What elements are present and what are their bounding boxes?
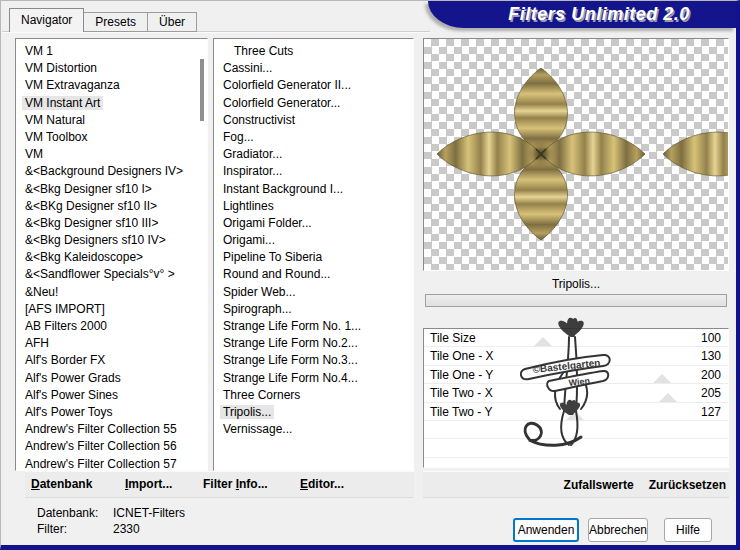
list-item[interactable]: Pipeline To Siberia bbox=[220, 249, 413, 266]
tab-ueber[interactable]: Über bbox=[147, 12, 197, 32]
parameter-empty-row bbox=[424, 458, 728, 468]
list-item[interactable]: Colorfield Generator... bbox=[220, 95, 413, 112]
list-item[interactable]: Spirograph... bbox=[220, 301, 413, 318]
list-item[interactable]: VM Toolbox bbox=[22, 129, 207, 146]
list-item[interactable]: Andrew's Filter Collection 56 bbox=[22, 438, 207, 455]
list-item[interactable]: &<Bkg Designers sf10 IV> bbox=[22, 232, 207, 249]
list-item-label: Alf's Power Sines bbox=[22, 388, 121, 402]
list-item[interactable]: [AFS IMPORT] bbox=[22, 301, 207, 318]
list-item[interactable]: Cassini... bbox=[220, 60, 413, 77]
list-item[interactable]: VM Natural bbox=[22, 112, 207, 129]
menu-label-part: ditor... bbox=[308, 477, 344, 491]
preview-canvas bbox=[423, 38, 729, 271]
list-item-label: Vernissage... bbox=[220, 422, 295, 436]
slider-position-marker[interactable] bbox=[659, 393, 677, 402]
list-item[interactable]: Strange Life Form No.4... bbox=[220, 370, 413, 387]
menu-filter-info[interactable]: Filter Info... bbox=[203, 477, 268, 491]
list-item[interactable]: Alf's Power Toys bbox=[22, 404, 207, 421]
list-item[interactable]: Alf's Border FX bbox=[22, 352, 207, 369]
list-item[interactable]: &<Sandflower Specials°v° > bbox=[22, 266, 207, 283]
list-item[interactable]: Origami... bbox=[220, 232, 413, 249]
list-item-label: Tripolis... bbox=[220, 405, 274, 419]
list-item[interactable]: Strange Life Form No.2... bbox=[220, 335, 413, 352]
list-item[interactable]: Tripolis... bbox=[220, 404, 413, 421]
list-item-label: &<Bkg Kaleidoscope> bbox=[22, 250, 146, 264]
list-item[interactable]: &Neu! bbox=[22, 284, 207, 301]
list-item[interactable]: &<Background Designers IV> bbox=[22, 163, 207, 180]
list-item-label: &<Bkg Designer sf10 I> bbox=[22, 182, 155, 196]
list-item[interactable]: Vernissage... bbox=[220, 421, 413, 438]
list-item-label: Fog... bbox=[220, 130, 257, 144]
list-item[interactable]: Three Corners bbox=[220, 387, 413, 404]
cancel-button[interactable]: Abbrechen bbox=[588, 518, 648, 542]
list-item-label: &<Bkg Designer sf10 III> bbox=[22, 216, 161, 230]
selected-filter-name: Tripolis... bbox=[423, 277, 729, 291]
reset-button[interactable]: Zurücksetzen bbox=[649, 478, 726, 492]
list-item[interactable]: VM Instant Art bbox=[22, 95, 207, 112]
list-item[interactable]: &<BKg Designer sf10 II> bbox=[22, 198, 207, 215]
list-item-label: Strange Life Form No.3... bbox=[220, 353, 361, 367]
list-item[interactable]: Lightlines bbox=[220, 198, 413, 215]
database-label: Datenbank: bbox=[37, 506, 113, 520]
category-list-scrollbar-thumb[interactable] bbox=[200, 59, 204, 121]
list-item-label: VM Natural bbox=[22, 113, 88, 127]
list-item[interactable]: Three Cuts bbox=[220, 43, 413, 60]
list-item-label: Instant Background I... bbox=[220, 182, 346, 196]
list-item[interactable]: Fog... bbox=[220, 129, 413, 146]
list-item-label: Strange Life Form No.4... bbox=[220, 371, 361, 385]
list-item[interactable]: VM 1 bbox=[22, 43, 207, 60]
list-item[interactable]: Round and Round... bbox=[220, 266, 413, 283]
list-item[interactable]: AFH bbox=[22, 335, 207, 352]
list-item[interactable]: Inspirator... bbox=[220, 163, 413, 180]
list-item[interactable]: Origami Folder... bbox=[220, 215, 413, 232]
filter-list[interactable]: Three CutsCassini...Colorfield Generator… bbox=[213, 38, 414, 471]
category-list[interactable]: VM 1VM DistortionVM ExtravaganzaVM Insta… bbox=[15, 38, 208, 471]
list-item-label: Strange Life Form No.2... bbox=[220, 336, 361, 350]
list-item[interactable]: Andrew's Filter Collection 57 bbox=[22, 456, 207, 472]
parameter-value: 127 bbox=[701, 405, 721, 419]
list-item-label: Gradiator... bbox=[220, 147, 285, 161]
parameter-value: 200 bbox=[701, 368, 721, 382]
parameter-label: Tile Two - X bbox=[430, 386, 493, 400]
list-item[interactable]: Alf's Power Sines bbox=[22, 387, 207, 404]
list-item[interactable]: Constructivist bbox=[220, 112, 413, 129]
parameter-label: Tile One - X bbox=[430, 349, 494, 363]
menu-datenbank[interactable]: Datenbank bbox=[31, 477, 92, 491]
list-item[interactable]: Alf's Power Grads bbox=[22, 370, 207, 387]
list-item-label: &<Sandflower Specials°v° > bbox=[22, 267, 178, 281]
list-item[interactable]: Andrew's Filter Collection 55 bbox=[22, 421, 207, 438]
apply-button[interactable]: Anwenden bbox=[513, 518, 579, 542]
tab-navigator[interactable]: Navigator bbox=[9, 8, 84, 32]
menu-label-part: mport... bbox=[128, 477, 172, 491]
parameter-value: 100 bbox=[701, 331, 721, 345]
menu-import[interactable]: Import... bbox=[125, 477, 172, 491]
list-item[interactable]: Spider Web... bbox=[220, 284, 413, 301]
list-item-label: Alf's Border FX bbox=[22, 353, 108, 367]
database-value: ICNET-Filters bbox=[113, 506, 185, 520]
list-item[interactable]: &<Bkg Designer sf10 III> bbox=[22, 215, 207, 232]
list-item-label: Three Cuts bbox=[220, 44, 296, 58]
list-item[interactable]: Strange Life Form No. 1... bbox=[220, 318, 413, 335]
menu-band: Datenbank Import... Filter Info... Edito… bbox=[25, 471, 414, 498]
help-button[interactable]: Hilfe bbox=[664, 518, 712, 542]
menu-editor[interactable]: Editor... bbox=[300, 477, 344, 491]
filters-unlimited-dialog: Navigator Presets Über Filters Unlimited… bbox=[0, 0, 740, 550]
tab-presets[interactable]: Presets bbox=[83, 12, 148, 32]
parameter-label: Tile Size bbox=[430, 331, 476, 345]
list-item[interactable]: VM Extravaganza bbox=[22, 77, 207, 94]
list-item[interactable]: AB Filters 2000 bbox=[22, 318, 207, 335]
list-item[interactable]: &<Bkg Kaleidoscope> bbox=[22, 249, 207, 266]
list-item[interactable]: Colorfield Generator II... bbox=[220, 77, 413, 94]
list-item[interactable]: VM Distortion bbox=[22, 60, 207, 77]
list-item-label: AB Filters 2000 bbox=[22, 319, 110, 333]
list-item[interactable]: VM bbox=[22, 146, 207, 163]
menu-label-part: atenbank bbox=[40, 477, 93, 491]
list-item[interactable]: Gradiator... bbox=[220, 146, 413, 163]
slider-position-marker[interactable] bbox=[653, 374, 671, 383]
list-item[interactable]: Instant Background I... bbox=[220, 181, 413, 198]
list-item-label: &<Bkg Designers sf10 IV> bbox=[22, 233, 169, 247]
random-values-button[interactable]: Zufallswerte bbox=[564, 478, 634, 492]
list-item-label: Spirograph... bbox=[220, 302, 295, 316]
list-item[interactable]: Strange Life Form No.3... bbox=[220, 352, 413, 369]
list-item[interactable]: &<Bkg Designer sf10 I> bbox=[22, 181, 207, 198]
